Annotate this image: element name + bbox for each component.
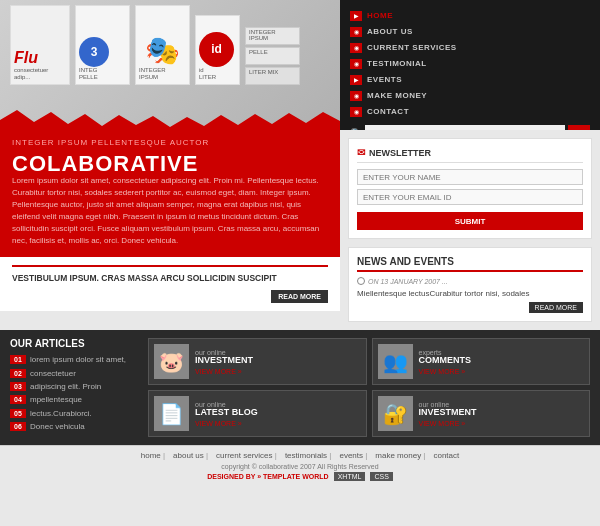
nav-link-services[interactable]: CURRENT SERVICES <box>367 43 457 52</box>
article-num: 04 <box>10 395 26 404</box>
articles-section: OUR ARTICLES 01 lorem ipsum dolor sit am… <box>0 330 600 445</box>
pig-icon: 🐷 <box>159 350 184 374</box>
investment-icon: 🐷 <box>154 344 189 379</box>
news-date: ON 13 JANUARY 2007 ... <box>357 277 583 285</box>
css-badge: CSS <box>370 472 392 481</box>
card-view-more[interactable]: VIEW MORE » <box>195 368 361 375</box>
article-card-investment[interactable]: 🐷 our online INVESTMENT VIEW MORE » <box>148 338 367 385</box>
nav-item-testimonial[interactable]: ◉ TESTIMONIAL <box>350 56 590 71</box>
article-text: Donec vehicula <box>30 422 85 432</box>
article-num: 02 <box>10 369 26 378</box>
footer-link-about[interactable]: about us <box>173 451 208 460</box>
card-view-more[interactable]: VIEW MORE » <box>419 368 585 375</box>
footer-link-testimonials[interactable]: testimonials <box>285 451 332 460</box>
nav-item-home[interactable]: ▶ HOME <box>350 8 590 23</box>
news-text: Miellentesque lectusCurabitur tortor nis… <box>357 288 583 299</box>
newsletter-submit-button[interactable]: SUBMIT <box>357 212 583 230</box>
card-view-more[interactable]: VIEW MORE » <box>419 420 585 427</box>
news-read-more-wrap: READ MORE <box>357 302 583 313</box>
lock-icon: 🔐 <box>378 396 413 431</box>
article-num: 05 <box>10 409 26 418</box>
document-icon: 📄 <box>159 402 184 426</box>
nav-bullet: ◉ <box>350 27 362 37</box>
card-content: our online INVESTMENT VIEW MORE » <box>419 401 585 427</box>
article-card-blog[interactable]: 📄 our online LATEST BLOG VIEW MORE » <box>148 390 367 437</box>
nav-link-make-money[interactable]: MAKE MONEY <box>367 91 427 100</box>
card-title: LATEST BLOG <box>195 408 361 418</box>
list-item: 03 adipiscing elit. Proin <box>10 382 140 392</box>
article-text: adipiscing elit. Proin <box>30 382 101 392</box>
footer-nav: home about us current services testimoni… <box>10 451 590 460</box>
newsletter-box: ✉ NEWSLETTER SUBMIT <box>348 138 592 239</box>
card-flu: Flu consectetuer adip... <box>10 5 70 85</box>
card-content: our online LATEST BLOG VIEW MORE » <box>195 401 361 427</box>
nav-item-make-money[interactable]: ◉ MAKE MONEY <box>350 88 590 103</box>
nav-link-contact[interactable]: CONTACT <box>367 107 409 116</box>
highlight-text: VESTIBULUM IPSUM. CRAS MASSA ARCU SOLLIC… <box>12 265 328 285</box>
card-title: INVESTMENT <box>419 408 585 418</box>
mask-icon: 🎭 <box>145 34 180 67</box>
nav-link-testimonial[interactable]: TESTIMONIAL <box>367 59 427 68</box>
footer-designed-by: DESIGNED BY » TEMPLATE WORLD XHTML CSS <box>10 472 590 481</box>
list-item: 06 Donec vehicula <box>10 422 140 432</box>
newsletter-name-input[interactable] <box>357 169 583 185</box>
article-num: 03 <box>10 382 26 391</box>
card-content: experts COMMENTS VIEW MORE » <box>419 349 585 375</box>
footer-link-make-money[interactable]: make money <box>375 451 425 460</box>
nav-link-home[interactable]: HOME <box>367 11 393 20</box>
news-events-title: NEWS AND EVENTS <box>357 256 583 272</box>
footer-link-home[interactable]: home <box>141 451 165 460</box>
card-view-more[interactable]: VIEW MORE » <box>195 420 361 427</box>
designed-label: DESIGNED BY » TEMPLATE WORLD <box>207 473 328 480</box>
nav-link-events[interactable]: EVENTS <box>367 75 402 84</box>
card-mask: 🎭 INTEGER IPSUM <box>135 5 190 85</box>
article-text: lorem ipsum dolor sit amet, <box>30 355 126 365</box>
list-item: 04 mpellentesque <box>10 395 140 405</box>
nav-item-about[interactable]: ◉ ABOUT US <box>350 24 590 39</box>
header: Flu consectetuer adip... 3 INTEGPELLE 🎭 … <box>0 0 600 130</box>
card-circle: 3 INTEGPELLE <box>75 5 130 85</box>
news-dot <box>357 277 365 285</box>
xhtml-badge: XHTML <box>334 472 366 481</box>
card-title: INVESTMENT <box>195 356 361 366</box>
hero-section: INTEGER IPSUM PELLENTESQUE AUCTOR COLABO… <box>0 130 340 257</box>
header-right: ▶ HOME ◉ ABOUT US ◉ CURRENT SERVICES ◉ T… <box>340 0 600 130</box>
articles-cards-grid: 🐷 our online INVESTMENT VIEW MORE » 👥 ex… <box>140 338 590 437</box>
news-read-more-button[interactable]: READ MORE <box>529 302 583 313</box>
card-content: our online INVESTMENT VIEW MORE » <box>195 349 361 375</box>
right-sidebar: ✉ NEWSLETTER SUBMIT NEWS AND EVENTS ON 1… <box>340 130 600 330</box>
nav-bullet: ◉ <box>350 59 362 69</box>
footer-link-contact[interactable]: contact <box>433 451 459 460</box>
nav-item-services[interactable]: ◉ CURRENT SERVICES <box>350 40 590 55</box>
articles-left: OUR ARTICLES 01 lorem ipsum dolor sit am… <box>10 338 140 437</box>
card-title: COMMENTS <box>419 356 585 366</box>
article-text: consectetuer <box>30 369 76 379</box>
nav-item-events[interactable]: ▶ EVENTS <box>350 72 590 87</box>
nav-link-about[interactable]: ABOUT US <box>367 27 413 36</box>
blog-icon: 📄 <box>154 396 189 431</box>
paper-stack: INTEGER IPSUM PELLE LITER MIX <box>245 27 300 85</box>
newsletter-email-input[interactable] <box>357 189 583 205</box>
list-item: 05 lectus.Curabiorci. <box>10 409 140 419</box>
footer-link-services[interactable]: current services <box>216 451 277 460</box>
nav-item-contact[interactable]: ◉ CONTACT <box>350 104 590 119</box>
news-events-box: NEWS AND EVENTS ON 13 JANUARY 2007 ... M… <box>348 247 592 322</box>
article-card-investment-2[interactable]: 🔐 our online INVESTMENT VIEW MORE » <box>372 390 591 437</box>
footer-link-events[interactable]: events <box>339 451 367 460</box>
article-num: 06 <box>10 422 26 431</box>
card-id: id idLITER <box>195 15 240 85</box>
nav-bullet: ◉ <box>350 107 362 117</box>
footer: home about us current services testimoni… <box>0 445 600 486</box>
shield-icon: 🔐 <box>383 402 408 426</box>
footer-copyright: copyright © collaborative 2007 All Right… <box>10 463 590 470</box>
article-card-comments[interactable]: 👥 experts COMMENTS VIEW MORE » <box>372 338 591 385</box>
read-more-button[interactable]: READ MORE <box>271 290 328 303</box>
article-num: 01 <box>10 355 26 364</box>
nav-menu: ▶ HOME ◉ ABOUT US ◉ CURRENT SERVICES ◉ T… <box>350 8 590 120</box>
list-item: 01 lorem ipsum dolor sit amet, <box>10 355 140 365</box>
users-icon: 👥 <box>383 350 408 374</box>
articles-section-title: OUR ARTICLES <box>10 338 140 349</box>
nav-bullet: ▶ <box>350 75 362 85</box>
newsletter-title: ✉ NEWSLETTER <box>357 147 583 163</box>
read-more-wrap: READ MORE <box>12 290 328 303</box>
